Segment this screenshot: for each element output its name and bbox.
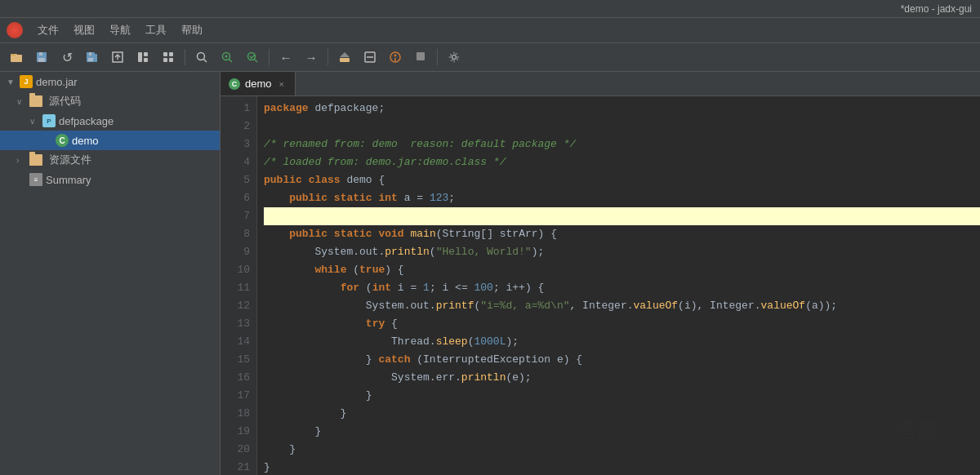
settings-button[interactable] [443,46,466,69]
separator-1 [185,49,185,65]
open-button[interactable] [5,46,28,69]
line-num-9: 9 [220,243,256,261]
sidebar-item-resources[interactable]: › 资源文件 [0,150,220,170]
svg-rect-12 [138,52,142,62]
line-num-11: 11 [220,279,256,297]
code-line-8: public static void main(String[] strArr)… [264,225,980,243]
tab-demo[interactable]: C demo × [220,72,296,95]
line-num-1: 1 [220,100,256,118]
sidebar-label-resources: 资源文件 [49,153,91,167]
svg-rect-5 [38,58,45,62]
line-num-21: 21 [220,459,256,475]
sidebar-item-source-code[interactable]: ∨ 源代码 [0,91,220,111]
code-line-21: } [264,459,980,475]
code-editor[interactable]: 1 2 3 4 5 6 7 8 9 10 11 12 13 14 15 16 1… [220,96,980,475]
stop-button[interactable] [409,46,432,69]
main-layout: ▼ J demo.jar ∨ 源代码 ∨ P defpackage C demo… [0,72,980,475]
menu-view[interactable]: 视图 [67,21,101,39]
tab-label-demo: demo [245,78,272,90]
debug-button[interactable] [384,46,407,69]
search-prev-button[interactable] [216,46,238,69]
menu-help[interactable]: 帮助 [175,21,209,39]
svg-rect-4 [39,52,42,55]
title-bar: *demo - jadx-gui [0,0,980,18]
line-num-18: 18 [220,405,256,423]
line-num-13: 13 [220,315,256,333]
grid-button[interactable] [157,46,180,69]
svg-point-31 [394,55,397,57]
search-next-button[interactable] [241,46,264,69]
sidebar-label-source-code: 源代码 [49,94,81,109]
arrow-resources: › [16,156,26,165]
svg-point-19 [198,53,205,60]
line-num-7: 7 [220,207,256,225]
export-button[interactable] [106,46,129,69]
svg-rect-8 [88,58,93,61]
line-num-17: 17 [220,387,256,405]
save-button[interactable] [30,46,53,69]
svg-rect-33 [416,52,425,60]
tab-bar: C demo × [220,72,980,96]
forward-button[interactable]: → [300,46,323,69]
menu-tools[interactable]: 工具 [139,21,173,39]
svg-line-25 [255,60,258,63]
app-icon [7,22,23,38]
tab-icon-demo: C [229,78,240,90]
svg-marker-27 [340,52,350,57]
sidebar-label-summary: Summary [46,174,91,186]
line-num-19: 19 [220,423,256,441]
svg-rect-13 [144,52,148,56]
folder-icon-source [29,95,42,107]
sidebar-item-demo-jar[interactable]: ▼ J demo.jar [0,72,220,91]
svg-point-24 [248,53,256,60]
refresh-button[interactable]: ↺ [56,46,78,69]
line-num-6: 6 [220,189,256,207]
svg-rect-7 [89,52,91,55]
svg-rect-2 [11,54,16,55]
svg-rect-9 [95,54,97,62]
code-line-20: } [264,441,980,459]
line-num-4: 4 [220,153,256,171]
code-content: package defpackage; /* renamed from: dem… [257,96,980,475]
sidebar-item-defpackage[interactable]: ∨ P defpackage [0,111,220,131]
code-line-11: for (int i = 1; i <= 100; i++) { [264,279,980,297]
line-num-3: 3 [220,135,256,153]
summary-icon: ≡ [29,173,42,186]
tab-close-demo[interactable]: × [277,78,287,90]
folder-icon-resources [29,154,42,166]
svg-rect-15 [163,52,167,56]
sidebar-item-demo-class[interactable]: C demo [0,131,220,150]
line-num-5: 5 [220,171,256,189]
arrow-demo-jar: ▼ [7,78,16,87]
back-button[interactable]: ← [274,46,297,69]
arrow-defpackage: ∨ [29,117,39,126]
svg-rect-18 [169,58,173,62]
code-line-1: package defpackage; [264,100,980,118]
line-num-20: 20 [220,441,256,459]
code-line-10: while (true) { [264,261,980,279]
line-num-15: 15 [220,351,256,369]
sidebar-item-summary[interactable]: ≡ Summary [0,170,220,189]
svg-point-23 [225,55,228,58]
code-line-9: System.out.println("Hello, World!"); [264,243,980,261]
code-line-6: public static int a = 123; [264,189,980,207]
svg-rect-16 [169,52,173,56]
search-button[interactable] [190,46,213,69]
class-icon: C [56,134,69,147]
menu-nav[interactable]: 导航 [103,21,137,39]
menu-bar: 文件 视图 导航 工具 帮助 [0,18,980,42]
code-line-12: System.out.printf("i=%d, a=%d\n", Intege… [264,297,980,315]
window-title: *demo - jadx-gui [901,3,972,15]
svg-point-34 [452,55,457,60]
code-line-5: public class demo { [264,171,980,189]
menu-file[interactable]: 文件 [31,21,65,39]
sync-button[interactable] [359,46,381,69]
svg-rect-14 [144,58,148,62]
code-line-14: Thread.sleep(1000L); [264,333,980,351]
separator-4 [437,49,438,65]
save-all-button[interactable] [81,46,104,69]
layout-button[interactable] [131,46,154,69]
editor-area: C demo × 1 2 3 4 5 6 7 8 9 10 11 12 13 [220,72,980,475]
decompile-button[interactable] [333,46,356,69]
jar-icon: J [20,75,33,88]
